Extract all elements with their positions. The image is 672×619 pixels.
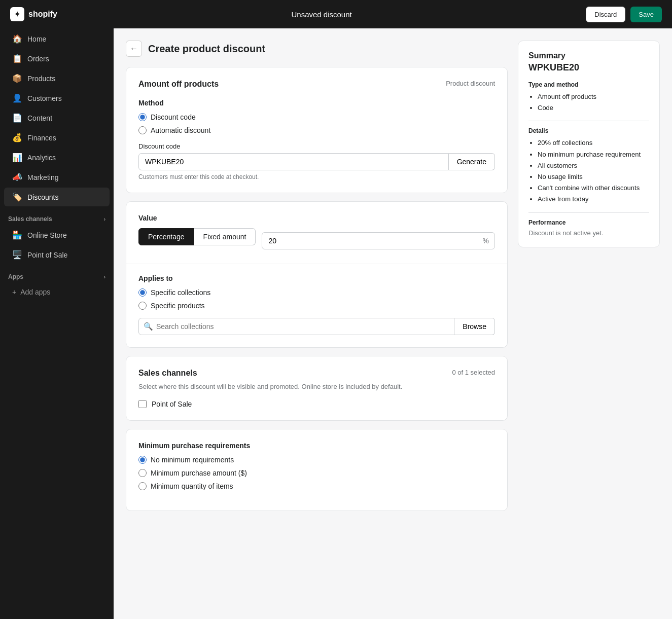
no-minimum-radio[interactable] [138, 456, 147, 464]
logo: ✦ shopify [10, 7, 57, 21]
discount-code-input-row: Generate [138, 153, 495, 170]
amount-off-card-header: Amount off products Product discount [138, 80, 495, 89]
list-item: Can't combine with other discounts [538, 184, 649, 193]
generate-button[interactable]: Generate [449, 153, 495, 170]
list-item: No usage limits [538, 172, 649, 181]
summary-card: Summary WPKUBE20 Type and method Amount … [518, 41, 660, 247]
product-discount-badge: Product discount [446, 80, 495, 87]
sidebar-item-analytics[interactable]: 📊Analytics [4, 148, 110, 167]
summary-code: WPKUBE20 [528, 62, 649, 73]
automatic-discount-radio[interactable] [138, 126, 147, 134]
page-title-topbar: Unsaved discount [291, 10, 351, 19]
point-of-sale-checkbox-option[interactable]: Point of Sale [138, 400, 495, 408]
list-item: Code [538, 103, 649, 113]
discard-button[interactable]: Discard [586, 7, 625, 22]
apps-chevron-icon: › [104, 274, 105, 280]
list-item: 20% off collections [538, 138, 649, 148]
sidebar-item-label-products: Products [27, 75, 55, 83]
selected-count: 0 of 1 selected [452, 369, 495, 378]
fixed-amount-toggle[interactable]: Fixed amount [194, 228, 256, 245]
browse-button[interactable]: Browse [454, 318, 495, 335]
list-item: Active from today [538, 195, 649, 204]
topbar-actions: Discard Save [586, 7, 662, 22]
home-icon: 🏠 [12, 34, 22, 44]
add-icon: + [12, 288, 16, 296]
min-amount-option[interactable]: Minimum purchase amount ($) [138, 469, 495, 477]
amount-off-card: Amount off products Product discount Met… [126, 67, 508, 193]
orders-icon: 📋 [12, 54, 22, 63]
save-button[interactable]: Save [630, 7, 662, 22]
sidebar-item-label-online-store: Online Store [27, 231, 67, 239]
card-divider [126, 264, 507, 264]
sidebar-item-label-discounts: Discounts [27, 193, 58, 201]
percentage-toggle[interactable]: Percentage [138, 228, 194, 245]
sidebar-item-products[interactable]: 📦Products [4, 69, 110, 88]
value-input-wrapper: % [262, 232, 495, 249]
minimum-purchase-radio-group: No minimum requirements Minimum purchase… [138, 456, 495, 490]
sidebar-item-label-orders: Orders [27, 55, 49, 63]
automatic-discount-label: Automatic discount [151, 126, 210, 134]
sales-channels-card: Sales channels 0 of 1 selected Select wh… [126, 356, 508, 421]
analytics-icon: 📊 [12, 153, 22, 162]
performance-text: Discount is not active yet. [528, 229, 649, 237]
no-minimum-option[interactable]: No minimum requirements [138, 456, 495, 464]
sidebar-item-online-store[interactable]: 🏪Online Store [4, 226, 110, 244]
point-of-sale-icon: 🖥️ [12, 250, 22, 260]
details-label: Details [528, 127, 649, 134]
discount-code-input[interactable] [138, 153, 449, 170]
sidebar-item-home[interactable]: 🏠Home [4, 29, 110, 48]
finances-icon: 💰 [12, 133, 22, 142]
min-amount-label: Minimum purchase amount ($) [151, 469, 247, 477]
right-sidebar: Summary WPKUBE20 Type and method Amount … [518, 41, 660, 247]
no-minimum-label: No minimum requirements [151, 456, 234, 464]
min-quantity-option[interactable]: Minimum quantity of items [138, 482, 495, 490]
sidebar-item-discounts[interactable]: 🏷️Discounts [4, 188, 110, 206]
add-apps-item[interactable]: + Add apps [4, 283, 110, 301]
specific-products-label: Specific products [151, 302, 205, 310]
back-icon: ← [130, 44, 138, 53]
method-label: Method [138, 99, 495, 107]
back-button[interactable]: ← [126, 41, 142, 57]
type-method-label: Type and method [528, 81, 649, 88]
performance-label: Performance [528, 219, 649, 226]
sales-channels-label: Sales channels [8, 215, 52, 223]
min-amount-radio[interactable] [138, 469, 147, 477]
min-quantity-label: Minimum quantity of items [151, 482, 233, 490]
automatic-discount-option[interactable]: Automatic discount [138, 126, 495, 134]
sidebar-item-label-point-of-sale: Point of Sale [27, 251, 67, 259]
sales-channels-card-title: Sales channels [138, 369, 197, 378]
sidebar-item-label-home: Home [27, 35, 46, 43]
discount-code-option[interactable]: Discount code [138, 113, 495, 121]
type-method-list: Amount off productsCode [528, 92, 649, 113]
sidebar-item-label-finances: Finances [27, 134, 56, 142]
minimum-purchase-title: Minimum purchase requirements [138, 442, 495, 450]
list-item: Amount off products [538, 92, 649, 101]
sidebar-item-content[interactable]: 📄Content [4, 108, 110, 127]
point-of-sale-checkbox[interactable] [138, 400, 147, 408]
sidebar-item-orders[interactable]: 📋Orders [4, 49, 110, 68]
main-layout: ← Create product discount Amount off pro… [114, 28, 672, 619]
apps-section-header: Apps › [0, 265, 114, 282]
discount-code-radio[interactable] [138, 113, 147, 121]
sidebar-item-customers[interactable]: 👤Customers [4, 89, 110, 107]
specific-collections-option[interactable]: Specific collections [138, 288, 495, 297]
summary-title: Summary [528, 51, 649, 60]
page-title: Create product discount [148, 43, 265, 55]
sidebar-item-finances[interactable]: 💰Finances [4, 128, 110, 147]
value-row: Percentage Fixed amount % [138, 228, 495, 253]
code-hint: Customers must enter this code at checko… [138, 173, 495, 180]
min-quantity-radio[interactable] [138, 482, 147, 490]
specific-products-option[interactable]: Specific products [138, 302, 495, 310]
channels-description: Select where this discount will be visib… [138, 382, 495, 392]
search-input-wrapper: 🔍 [138, 318, 454, 335]
specific-collections-radio[interactable] [138, 288, 147, 297]
sidebar-item-label-marketing: Marketing [27, 173, 58, 181]
shopify-logo-icon: ✦ [10, 7, 24, 21]
topbar: ✦ shopify Unsaved discount Discard Save [0, 0, 672, 28]
specific-products-radio[interactable] [138, 302, 147, 310]
sidebar-item-marketing[interactable]: 📣Marketing [4, 168, 110, 187]
search-collections-input[interactable] [138, 318, 454, 335]
value-input[interactable] [262, 232, 495, 249]
content-icon: 📄 [12, 113, 22, 123]
sidebar-item-point-of-sale[interactable]: 🖥️Point of Sale [4, 245, 110, 264]
